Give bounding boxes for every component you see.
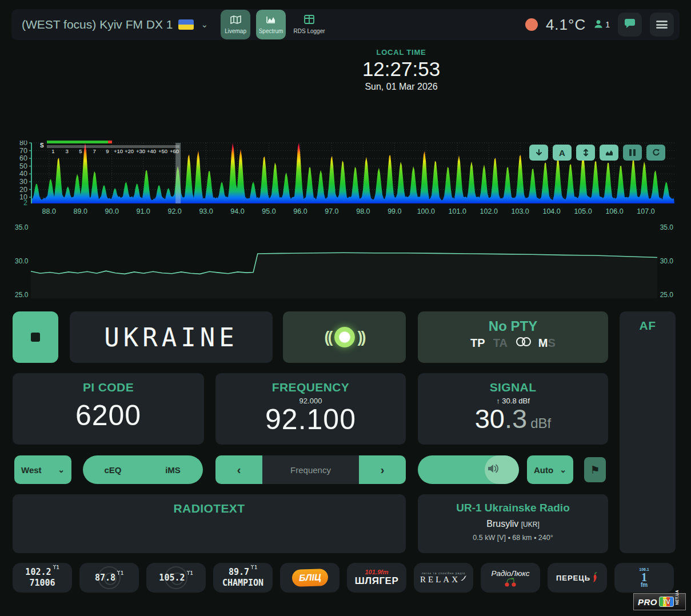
- preset-button[interactable]: БЛІЦ: [280, 563, 339, 593]
- hamburger-icon: [656, 19, 668, 30]
- letter-a-icon: A: [559, 148, 565, 158]
- preset-button[interactable]: 105.21: [146, 563, 206, 593]
- app-screen: (WEST focus) Kyiv FM DX 1 ⌄ Livemap Spec…: [0, 0, 691, 616]
- scan-mode-select[interactable]: Auto ⌄: [527, 455, 573, 484]
- tp-flag: TP: [470, 337, 485, 350]
- stop-icon: [31, 333, 40, 342]
- auto-mode-button[interactable]: A: [553, 145, 572, 161]
- graph-style-button[interactable]: [600, 145, 618, 161]
- pty-label: No PTY: [418, 318, 608, 334]
- clock-label: LOCAL TIME: [230, 48, 573, 57]
- arrow-down-icon: [535, 149, 543, 157]
- station-details: 0.5 kW [V] ▪ 68 km ▪ 240°: [418, 534, 608, 542]
- ps-name: UKRAINE: [104, 323, 238, 352]
- frequency-down-button[interactable]: ‹: [215, 455, 262, 484]
- autoscale-down-button[interactable]: [529, 145, 548, 161]
- ms-flag: MS: [538, 337, 556, 350]
- svg-text:97.0: 97.0: [325, 207, 338, 215]
- preset-button[interactable]: РадіоЛюкс: [481, 563, 540, 593]
- ims-button[interactable]: iMS: [143, 455, 203, 484]
- chat-icon: [624, 18, 636, 31]
- signal-history-plot: 35.035.030.030.025.025.0: [14, 222, 674, 298]
- pepper-icon: [592, 572, 598, 583]
- cherries-icon: [502, 578, 519, 587]
- blits-logo: БЛІЦ: [291, 569, 328, 587]
- preset-button[interactable]: 102.21 71006: [13, 563, 72, 593]
- station-name: UR-1 Ukrainske Radio: [418, 502, 608, 514]
- listener-counter: 1: [594, 19, 610, 30]
- audio-indicator-panel[interactable]: (()): [283, 311, 406, 363]
- svg-text:95.0: 95.0: [262, 207, 275, 215]
- ceq-button[interactable]: cEQ: [83, 455, 143, 484]
- onefm-logo: 106.1 1 fm: [639, 568, 649, 587]
- svg-text:103.0: 103.0: [512, 207, 529, 215]
- svg-text:102.0: 102.0: [480, 207, 498, 215]
- scan-mode-value: Auto: [534, 465, 553, 475]
- antenna-select[interactable]: West ⌄: [14, 455, 71, 484]
- svg-text:101.0: 101.0: [449, 207, 466, 215]
- shlyager-logo: ШЛЯГЕР: [355, 575, 399, 587]
- chat-button[interactable]: [618, 13, 642, 37]
- volume-slider[interactable]: [418, 455, 519, 484]
- signal-panel: SIGNAL ↑ 30.8 dBf 30.3dBf: [418, 373, 608, 445]
- af-list-panel: AF: [620, 311, 676, 553]
- preset-button[interactable]: 106.1 1 fm: [614, 563, 674, 593]
- chevron-down-icon: ⌄: [58, 465, 65, 474]
- svg-text:92.0: 92.0: [167, 207, 181, 215]
- arrow-updown-icon: [582, 149, 590, 157]
- chevron-down-icon: ⌄: [560, 465, 566, 474]
- livemap-button[interactable]: Livemap: [221, 10, 250, 39]
- frequency-panel[interactable]: FREQUENCY 92.000 92.100: [215, 373, 406, 445]
- rds-logger-button[interactable]: RDS Logger: [291, 10, 327, 39]
- station-info-panel: UR-1 Ukrainske Radio Brusyliv [UKR] 0.5 …: [418, 494, 608, 553]
- antenna-badge: 1: [53, 565, 59, 570]
- pause-spectrum-button[interactable]: [623, 145, 642, 161]
- server-selector[interactable]: (WEST focus) Kyiv FM DX 1 ⌄: [22, 18, 208, 31]
- clock-date: Sun, 01 Mar 2026: [230, 82, 573, 92]
- flag-icon: ⚑: [590, 463, 600, 477]
- frequency-input[interactable]: Frequency: [262, 455, 359, 484]
- svg-text:98.0: 98.0: [356, 207, 370, 215]
- menu-button[interactable]: [650, 13, 674, 37]
- frequency-value: 92.100: [215, 403, 406, 436]
- stereo-icon: [516, 337, 530, 350]
- ukraine-flag-icon: [178, 19, 194, 30]
- svg-text:25.0: 25.0: [660, 291, 674, 298]
- frequency-up-button[interactable]: ›: [359, 455, 406, 484]
- spectrum-button[interactable]: Spectrum: [256, 10, 286, 39]
- spectrum-chart[interactable]: 8070605040302010288.089.090.091.092.093.…: [14, 141, 674, 216]
- spectrum-chart-icon: [266, 15, 276, 26]
- eq-ims-toggle: cEQ iMS: [83, 455, 203, 484]
- refresh-spectrum-button[interactable]: [646, 145, 665, 161]
- preset-button[interactable]: ПЕРЕЦЬ: [548, 563, 607, 593]
- bird-icon: [460, 575, 467, 582]
- s-meter: S13579+10+20+30+40+50+60: [14, 141, 202, 158]
- svg-text:88.0: 88.0: [42, 207, 56, 215]
- scale-vertical-button[interactable]: [576, 145, 595, 161]
- perets-logo: ПЕРЕЦЬ: [556, 574, 590, 582]
- protv-tv-icon: TV: [659, 597, 674, 607]
- report-flag-button[interactable]: ⚑: [584, 457, 606, 482]
- speaker-icon: [487, 463, 500, 476]
- preset-button[interactable]: 101.9fm ШЛЯГЕР: [347, 563, 406, 593]
- clock-time: 12:27:53: [230, 58, 573, 81]
- svg-text:93.0: 93.0: [199, 207, 213, 215]
- livemap-label: Livemap: [225, 28, 246, 34]
- ta-flag: TA: [493, 337, 508, 350]
- play-stop-button[interactable]: [13, 311, 58, 363]
- preset-button[interactable]: 89.71 CHAMPION: [213, 563, 273, 593]
- preset-button[interactable]: 87.81: [79, 563, 139, 593]
- spectrum-label: Spectrum: [259, 28, 283, 34]
- preset-bank: 102.21 71006 87.81 105.21 89.71 CHAMPION…: [13, 563, 674, 593]
- ps-name-panel: UKRAINE: [70, 311, 273, 363]
- protv-watermark: PRO TV NET.UA: [633, 593, 686, 610]
- preset-button[interactable]: легке та спокійне радіо RELAX: [414, 563, 473, 593]
- svg-text:30.0: 30.0: [660, 257, 674, 265]
- map-icon: [230, 15, 241, 26]
- svg-text:50: 50: [19, 162, 27, 170]
- weather-status-dot: [525, 18, 538, 31]
- svg-text:35.0: 35.0: [15, 223, 29, 231]
- af-label: AF: [620, 319, 676, 333]
- svg-text:20: 20: [19, 186, 27, 194]
- chevron-down-icon: ⌄: [201, 19, 208, 30]
